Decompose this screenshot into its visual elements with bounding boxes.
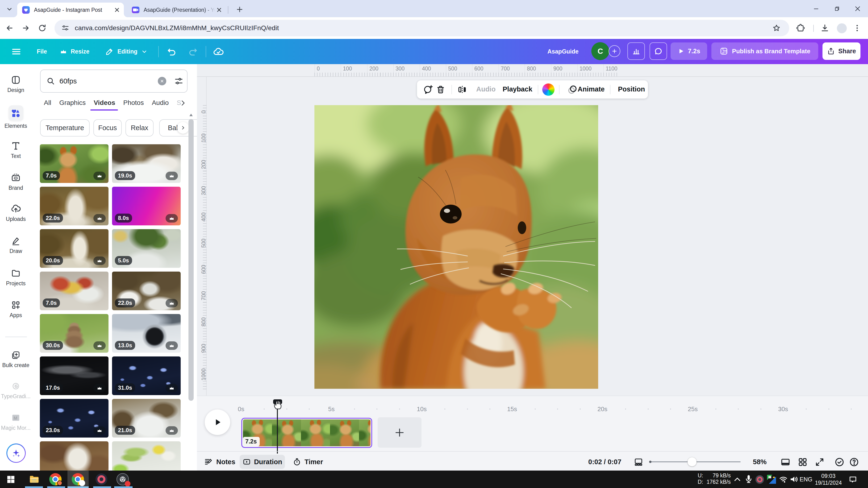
svg-text:co: co (15, 177, 17, 180)
svg-text:G: G (14, 384, 18, 389)
svg-text:M: M (14, 416, 17, 421)
